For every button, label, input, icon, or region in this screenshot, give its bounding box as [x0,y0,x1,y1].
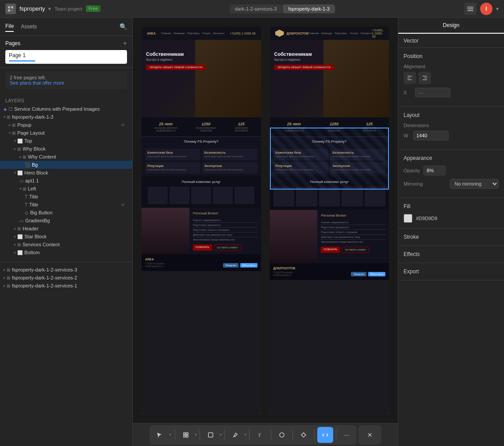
vk-btn-right[interactable]: ВКонтакте [368,272,385,276]
chevron-user-icon[interactable]: ▾ [496,6,499,12]
divider-8 [336,430,336,440]
canvas-frame-right[interactable]: ДОБРОХОТОВ Главная Команда Партнёры Услу… [270,27,389,414]
layer-big-btn-label: Big Button [30,210,129,215]
layer-file-services3[interactable]: ▸ ⊞ fsproperty-dark-1-2-services-3 [0,266,132,274]
layer-file-services1[interactable]: ▸ ⊞ fsproperty-dark-1-2-services-1 [0,282,132,290]
hero-btn-left[interactable]: ПРОДАТЬ ОБЪЕКТ ЛЮБОЙ СЛОЖНОСТИ [146,65,206,70]
fill-swatch[interactable] [404,214,412,223]
user-avatar[interactable]: I [480,3,492,15]
project-name[interactable]: fsproperty [19,5,45,12]
ellipse-tool-btn[interactable] [274,427,290,443]
layer-title2[interactable]: T Title 👁 [0,201,132,209]
layer-title1[interactable]: T Title [0,193,132,201]
broker-btn-call-left[interactable]: ПОЗВОНИТЬ [193,244,212,251]
layer-header[interactable]: ▸ ⊞ Header [0,225,132,233]
frame-icon-pl: ⊞ [12,131,15,136]
layer-bg[interactable]: ⬛ Bg [0,161,132,169]
nav-item: Партнёры [187,32,200,35]
layer-hero-block[interactable]: ▾ ⬜ Hero Block [0,169,132,177]
file-tab[interactable]: File [5,21,14,32]
layer-why-content[interactable]: ▸ ⊞ Why Content [0,153,132,161]
toggle-layers-btn[interactable] [464,3,477,15]
tab-dark-1-2-services-3[interactable]: dark-1-2-services-3 [230,4,282,13]
footer-addr-right: info@fsproperty.ru [273,274,296,276]
service-icons-right [273,186,386,206]
layer-file-services2[interactable]: ▸ ⊞ fsproperty-dark-1-2-services-2 [0,274,132,282]
broker-btn-leave-left[interactable]: ОСТАВИТЬ ЗАЯВКУ [214,244,241,251]
broker-item-5l: Эксклюзивное представительство [193,237,258,242]
layer-page-layout[interactable]: ▾ ⊞ Page Layout [0,129,132,137]
export-title[interactable]: Export [404,268,419,275]
search-btn[interactable]: 🔍 [119,23,127,30]
layer-why-block[interactable]: ▸ ⊞ Why Block [0,145,132,153]
page-1-label: Page 1 [9,52,26,58]
nav-item-r3: Партнёры [335,32,347,35]
eye-icon-t2[interactable]: 👁 [121,202,129,207]
telegram-btn-left[interactable]: Telegram [223,263,239,268]
svg-rect-6 [467,10,473,11]
layers-section: Layers ◈ Service Columns with Prepared I… [0,93,132,446]
text-tool-btn[interactable]: T [252,427,268,443]
layout-section: Layout Dimensions W [398,107,504,150]
layer-gradient-bg[interactable]: ▭ GradientBg [0,217,132,225]
chevron-icon[interactable]: ▾ [48,6,51,12]
frame-tool-btn[interactable] [178,427,194,443]
assets-tab[interactable]: Assets [21,22,37,31]
layer-big-button[interactable]: ◇ Big Button [0,209,132,217]
broker-title-right: Personal Broker [321,213,385,217]
code-tool-btn[interactable] [317,427,333,443]
layer-top[interactable]: ▾ ⬜ Top [0,137,132,145]
logo-left: AREA [147,32,156,35]
more-tool-btn[interactable]: ··· [339,427,355,443]
add-page-btn[interactable]: + [123,39,127,47]
opacity-input[interactable] [423,166,446,175]
layer-bg-label: Bg [32,162,129,167]
effects-title[interactable]: Effects [404,251,419,257]
broker-btn-leave-right[interactable]: ОСТАВИТЬ ЗАЯВКУ [342,247,369,253]
layer-services-content[interactable]: ▸ ⊞ Services Content [0,240,132,248]
tool-extra-group: ✕ [358,425,381,445]
broker-btn-call-right[interactable]: ПОЗВОНИТЬ [321,247,340,253]
svc-desc-1: Lorem ipsum dolor sit amet consectetur [147,155,198,158]
eye-icon-popup[interactable]: 👁 [121,123,129,128]
stroke-title[interactable]: Stroke [404,234,419,240]
broker-content-right: Personal Broker Оценит недвижимость Подг… [317,210,389,263]
component-tool-btn[interactable] [296,427,312,443]
select-tool-btn[interactable] [151,427,167,443]
layer-popup[interactable]: ▸ ⊞ Popup 👁 [0,121,132,129]
upgrade-link[interactable]: See plans that offer more [10,80,64,85]
align-right-btn[interactable] [419,72,431,84]
dim-w-input[interactable] [413,131,449,140]
align-left-btn[interactable] [404,72,416,84]
layer-left[interactable]: ▾ ⊞ Left [0,185,132,193]
layer-bottom[interactable]: ▸ ⬜ Bottom [0,248,132,256]
hero-btn-right[interactable]: ПРОДАТЬ ОБЪЕКТ ЛЮБОЙ СЛОЖНОСТИ [274,65,334,70]
svg-rect-9 [184,435,185,437]
nav-right: Главная Команда Партнёры Услуги Контакты [308,32,372,35]
canvas-frame-left[interactable]: AREA Главная Команда Партнёры Услуги Кон… [142,27,261,414]
layer-apt1[interactable]: ▭ apt1 1 [0,177,132,185]
mirroring-row: Mirroring No mirroring Horizontal Vertic… [404,179,499,189]
svc-item-left-3: Репутация Lorem ipsum dolor sit amet con… [145,162,200,174]
tab-fsproperty-dark-1-3[interactable]: fsproperty-dark-1-3 [283,4,335,13]
pen-tool-btn[interactable] [227,427,243,443]
stat-sub3: ПАРТНЁРОВ [235,129,248,132]
close-tool-btn[interactable]: ✕ [362,427,378,443]
layer-top-label: Top [24,138,129,143]
layer-star-block[interactable]: ▸ ⬜ Star Block [0,233,132,240]
broker-item-2l: Подготовит документы [193,223,258,228]
page-1-item[interactable]: Page 1 [5,50,127,64]
vector-section: Vector [398,34,504,48]
layer-fsproperty-dark[interactable]: ▾ ⊞ fsproperty-dark-1-3 [0,113,132,121]
team-label: Team project [54,6,82,12]
design-tab[interactable]: Design [398,18,504,34]
mirroring-select[interactable]: No mirroring Horizontal Vertical [450,179,499,189]
free-badge[interactable]: Free [86,5,100,12]
shape-tool-btn[interactable] [203,427,219,443]
telegram-btn-right[interactable]: Telegram [351,272,366,276]
vk-btn-left[interactable]: ВКонтакте [240,263,258,268]
broker-title-left: Personal Broker [193,211,258,215]
position-x-input[interactable] [415,88,450,97]
layer-service-columns[interactable]: ◈ Service Columns with Prepared Images [0,105,132,113]
stat-sub-r2: ОБЪЕКТОВ [324,129,344,132]
